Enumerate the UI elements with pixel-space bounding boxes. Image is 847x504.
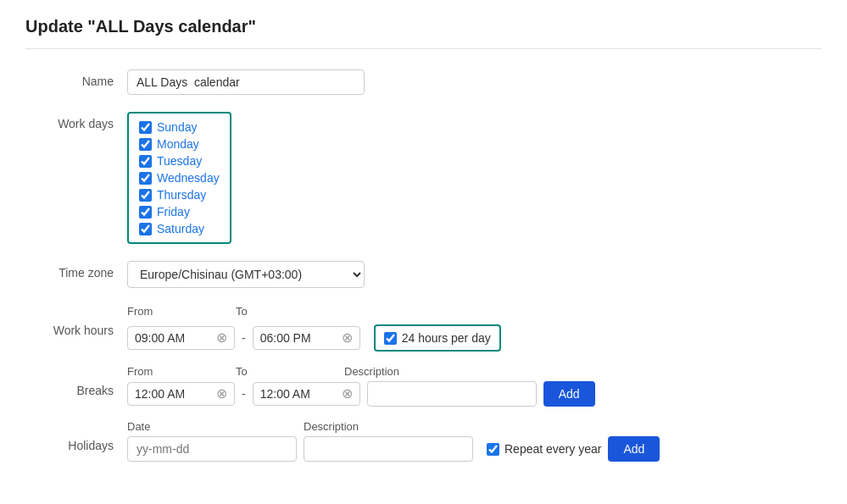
workdays-box: Sunday Monday Tuesday Wednesday Thursday bbox=[127, 112, 231, 244]
work-hours-to-input[interactable] bbox=[260, 331, 337, 345]
work-hours-label: Work hours bbox=[25, 305, 127, 337]
day-saturday-label: Saturday bbox=[157, 222, 204, 235]
breaks-from-input[interactable] bbox=[135, 387, 211, 401]
day-thursday-checkbox[interactable] bbox=[139, 189, 152, 202]
day-tuesday[interactable]: Tuesday bbox=[139, 154, 220, 168]
day-friday-label: Friday bbox=[157, 205, 190, 219]
breaks-to-wrap: ⊗ bbox=[253, 382, 360, 406]
day-thursday[interactable]: Thursday bbox=[139, 188, 220, 202]
holidays-row: Holidays Date Description Repeat every y… bbox=[25, 420, 822, 462]
day-sunday-label: Sunday bbox=[157, 120, 197, 134]
holidays-label: Holidays bbox=[25, 420, 127, 452]
holidays-date-label: Date bbox=[127, 420, 297, 433]
day-friday-checkbox[interactable] bbox=[139, 206, 152, 219]
work-hours-from-clear-icon[interactable]: ⊗ bbox=[216, 331, 227, 345]
checkbox-24h-label[interactable]: 24 hours per day bbox=[374, 324, 501, 352]
breaks-to-clear-icon[interactable]: ⊗ bbox=[342, 387, 353, 401]
day-monday-checkbox[interactable] bbox=[139, 138, 152, 151]
name-input[interactable] bbox=[127, 69, 365, 95]
timezone-select[interactable]: Europe/Chisinau (GMT+03:00) bbox=[127, 261, 365, 288]
breaks-dash: - bbox=[242, 387, 246, 401]
work-hours-from-wrap: ⊗ bbox=[127, 326, 235, 350]
work-hours-content: From To ⊗ - ⊗ 24 hours per day bbox=[127, 305, 501, 352]
breaks-add-button[interactable]: Add bbox=[543, 381, 595, 407]
timezone-row: Time zone Europe/Chisinau (GMT+03:00) bbox=[25, 261, 822, 288]
day-wednesday-checkbox[interactable] bbox=[139, 172, 152, 185]
day-sunday[interactable]: Sunday bbox=[139, 120, 220, 134]
workdays-control: Sunday Monday Tuesday Wednesday Thursday bbox=[127, 112, 822, 244]
work-hours-from-input[interactable] bbox=[135, 331, 211, 345]
breaks-to-label: To bbox=[236, 365, 337, 378]
day-tuesday-label: Tuesday bbox=[157, 154, 202, 168]
breaks-row: Breaks From To Description ⊗ - ⊗ Add bbox=[25, 365, 822, 407]
breaks-to-input[interactable] bbox=[260, 387, 337, 401]
breaks-label: Breaks bbox=[25, 365, 127, 397]
breaks-from-clear-icon[interactable]: ⊗ bbox=[216, 387, 227, 401]
holidays-inputs: Repeat every year Add bbox=[127, 436, 660, 462]
breaks-content: From To Description ⊗ - ⊗ Add bbox=[127, 365, 595, 407]
timezone-control: Europe/Chisinau (GMT+03:00) bbox=[127, 261, 822, 288]
day-thursday-label: Thursday bbox=[157, 188, 206, 202]
holidays-sub-labels: Date Description bbox=[127, 420, 660, 433]
work-hours-sub-labels: From To bbox=[127, 305, 501, 321]
workdays-row: Work days Sunday Monday Tuesday Wednesda… bbox=[25, 112, 822, 244]
work-hours-row: Work hours From To ⊗ - ⊗ 24 hours per da… bbox=[25, 305, 822, 352]
breaks-description-input[interactable] bbox=[367, 381, 537, 407]
breaks-sub-labels: From To Description bbox=[127, 365, 595, 378]
holidays-content: Date Description Repeat every year Add bbox=[127, 420, 660, 462]
name-row: Name bbox=[25, 69, 822, 95]
work-hours-inputs: ⊗ - ⊗ 24 hours per day bbox=[127, 324, 501, 352]
day-saturday-checkbox[interactable] bbox=[139, 223, 152, 235]
day-sunday-checkbox[interactable] bbox=[139, 121, 152, 134]
day-wednesday[interactable]: Wednesday bbox=[139, 171, 220, 185]
day-friday[interactable]: Friday bbox=[139, 205, 220, 219]
day-monday[interactable]: Monday bbox=[139, 137, 220, 151]
page-title: Update "ALL Days calendar" bbox=[25, 17, 822, 49]
work-hours-to-wrap: ⊗ bbox=[253, 326, 360, 350]
timezone-label: Time zone bbox=[25, 261, 127, 280]
work-hours-dash: - bbox=[242, 331, 246, 345]
day-monday-label: Monday bbox=[157, 137, 199, 151]
repeat-year-checkbox[interactable] bbox=[487, 443, 499, 456]
day-tuesday-checkbox[interactable] bbox=[139, 155, 152, 168]
name-field-wrapper bbox=[127, 69, 822, 95]
checkbox-24h-input[interactable] bbox=[384, 332, 397, 345]
workdays-label: Work days bbox=[25, 112, 127, 130]
repeat-year-text: Repeat every year bbox=[504, 442, 601, 456]
work-hours-to-clear-icon[interactable]: ⊗ bbox=[342, 331, 353, 345]
work-hours-from-label: From bbox=[127, 305, 229, 318]
holidays-date-input[interactable] bbox=[127, 436, 297, 462]
holidays-desc-label: Description bbox=[304, 420, 359, 433]
name-label: Name bbox=[25, 69, 127, 88]
breaks-from-wrap: ⊗ bbox=[127, 382, 235, 406]
repeat-year-label[interactable]: Repeat every year bbox=[487, 442, 601, 456]
holidays-description-input[interactable] bbox=[304, 436, 473, 462]
day-saturday[interactable]: Saturday bbox=[139, 222, 220, 235]
work-hours-to-label: To bbox=[236, 305, 337, 318]
checkbox-24h-text: 24 hours per day bbox=[402, 331, 491, 345]
breaks-from-label: From bbox=[127, 365, 229, 378]
breaks-inputs: ⊗ - ⊗ Add bbox=[127, 381, 595, 407]
holidays-add-button[interactable]: Add bbox=[608, 436, 660, 462]
day-wednesday-label: Wednesday bbox=[157, 171, 220, 185]
breaks-desc-label: Description bbox=[344, 365, 399, 378]
